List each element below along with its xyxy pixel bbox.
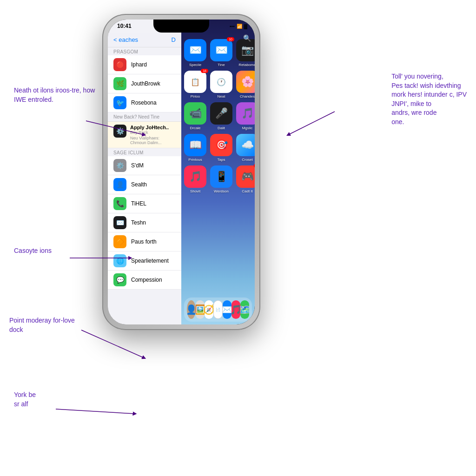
app-icon-neat: 🕐 [210,71,232,93]
home-screen: 🔍 ✉️ Specile ✉️ [181,33,255,324]
dock-icon-safari[interactable]: 🧭 [205,300,213,319]
list-item[interactable]: 🐦 Rosebona [108,93,181,112]
app-icon-chandes: 🌸 [236,71,255,93]
annotation-top-right: Toll' you novering, Pes tack! wish idevt… [391,72,467,127]
app-name: JouthBrowk [131,80,160,87]
app-label: Drcale [190,126,200,130]
app-icon-sdm: ⚙️ [113,159,126,172]
screen-right: 🔍 ✉️ Specile ✉️ [181,20,255,324]
app-icon-teshn: ✉️ [113,216,126,229]
status-time: 10:41 [115,23,132,29]
phone-screen: 10:41 ▪▪▪ 📶 ▓ < eaches D Prasgom [108,20,255,324]
home-app[interactable]: 🎵 Mgslic [236,102,255,130]
app-icon-cadtit: 🎮 7 [236,165,255,188]
nav-action[interactable]: D [172,36,176,43]
search-icon[interactable]: 🔍 [243,34,251,42]
home-app[interactable]: 🕐 Neat [210,71,232,99]
list-item[interactable]: 💬 Compession [108,271,181,290]
dock-icon-app2[interactable]: 📄 [213,300,223,319]
app-name: Sealth [131,181,147,188]
annotation-top-left: Neath ot ilons iroos-tre, how IWE entrol… [14,86,98,104]
app-label: Shovit [190,189,200,193]
home-app[interactable]: 🎤 Dalit [210,102,232,130]
home-app[interactable]: 🎵 Shovit [184,165,206,193]
app-label: Cadt It [242,189,253,193]
list-item[interactable]: ✉️ Teshn [108,213,181,232]
home-app[interactable]: 📋 18 Pirioo [184,71,206,99]
dock-icon-maps[interactable]: 🗺️ [240,300,249,319]
svg-line-4 [288,112,335,135]
notch [153,20,209,33]
suggested-info: Apply JoHtech.. Boy Rock Neu Vialiphaes:… [130,125,176,145]
dock: 👤 🖼️ 🧭 📄 ✉️ 🎵 🗺️ [184,298,252,322]
dock-icon-photo[interactable]: 🖼️ [196,300,205,319]
app-icon-iphard: 🔴 [113,58,126,71]
badge: 18 [201,69,208,73]
app-icon-taps: 🎯 [210,134,232,156]
suggested-title: Apply JoHtech.. [130,125,176,130]
app-name: S'dM [131,162,144,169]
page-wrapper: Neath ot ilons iroos-tre, how IWE entrol… [0,0,476,476]
svg-line-3 [56,409,135,414]
app-icon-comp: 💬 [113,273,126,286]
nav-bar: < eaches D [108,33,181,47]
home-app[interactable]: ☁️ Croset [236,134,255,162]
app-label: Retabome [239,63,255,67]
app-icon-croset: ☁️ [236,134,255,156]
annotation-bottom-left2: York be sr alf [14,390,36,409]
list-item[interactable]: 🔶 Paus forth [108,232,181,251]
home-app[interactable]: 📹 Drcale [184,102,206,130]
app-icon-specile: ✉️ [184,39,206,61]
app-name: Rosebona [131,99,157,106]
app-label: Specile [189,63,201,67]
app-list-panel: < eaches D Prasgom 🔴 Iphard 🌿 JouthBrowk [108,33,181,324]
suggested-icon: ⚙️ [113,125,126,138]
home-grid: ✉️ Specile ✉️ 10 Tine 📷 [181,33,255,197]
app-list-secondary: ⚙️ S'dM 👤 Sealth 📞 TiHEL ✉️ [108,156,181,290]
app-icon-werdson: 📱 [210,165,232,188]
suggested-item[interactable]: ⚙️ Apply JoHtech.. Boy Rock Neu Vialipha… [108,122,181,148]
app-icon-rosebona: 🐦 [113,96,126,109]
dock-icon-music[interactable]: 🎵 [231,300,240,319]
dock-icon-mail[interactable]: ✉️ [223,300,231,319]
app-label: Tine [218,63,225,67]
annotation-bottom-left1: Point moderay for-love dock [9,316,88,334]
svg-line-2 [81,330,144,358]
app-list-primary: 🔴 Iphard 🌿 JouthBrowk 🐦 Rosebona [108,55,181,112]
app-icon-sealth: 👤 [113,178,126,191]
home-app[interactable]: 🎮 7 Cadt It [236,165,255,193]
app-name: Iphard [131,61,147,68]
app-icon-retabome: 📷 [236,39,255,61]
app-icon-spear: 🌐 [113,254,126,267]
app-icon-paus: 🔶 [113,235,126,248]
app-icon-shovit: 🎵 [184,165,206,188]
home-app[interactable]: 🎯 Taps [210,134,232,162]
home-app[interactable]: 📖 Printous [184,134,206,162]
app-label: Werdson [214,189,229,193]
app-name: Compession [131,277,162,283]
home-app[interactable]: 📷 Retabome [236,39,255,67]
list-item[interactable]: 📞 TiHEL [108,194,181,213]
list-item[interactable]: 🌿 JouthBrowk [108,74,181,93]
app-icon-mgslic: 🎵 [236,102,255,125]
home-app[interactable]: ✉️ Specile [184,39,206,67]
suggested-desc: Neu Vialiphaes: Chrnoun Dalim... [130,136,176,145]
list-item[interactable]: 🌐 Spearlietement [108,251,181,271]
app-label: Pirioo [191,94,200,99]
app-label: Taps [218,158,225,162]
home-app[interactable]: 🌸 Chandes [236,71,255,99]
list-item[interactable]: 👤 Sealth [108,175,181,194]
list-item[interactable]: ⚙️ S'dM [108,156,181,175]
dock-icon-avatar[interactable]: 👤 [187,300,196,319]
screen-left: < eaches D Prasgom 🔴 Iphard 🌿 JouthBrowk [108,20,181,324]
home-app[interactable]: ✉️ 10 Tine [210,39,232,67]
app-label: Chandes [240,94,255,99]
home-app[interactable]: 📱 Werdson [210,165,232,193]
nav-back[interactable]: < eaches [113,36,138,43]
app-icon-tihel: 📞 [113,197,126,210]
status-icons: ▪▪▪ 📶 ▓ [230,24,247,29]
list-item[interactable]: 🔴 Iphard [108,55,181,74]
app-label: Printous [188,158,202,162]
signal-icon: ▪▪▪ [230,24,235,29]
section-header-prasgom: Prasgom [108,47,181,55]
